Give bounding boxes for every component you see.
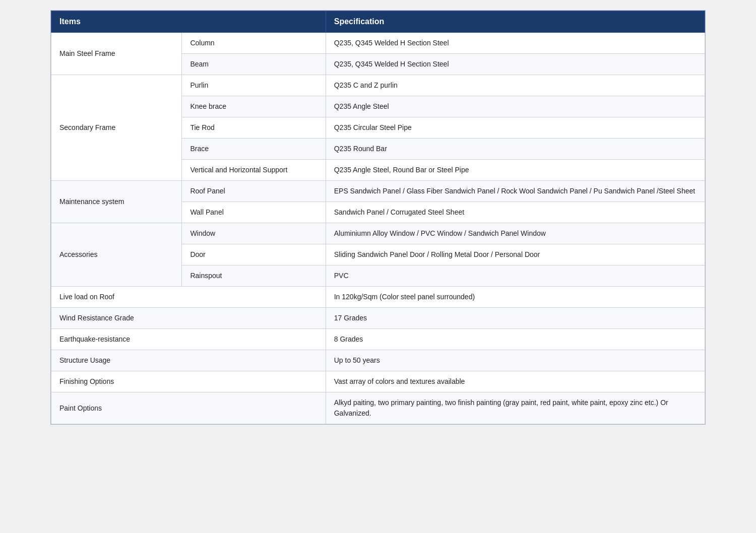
item-cell: Knee brace — [182, 96, 326, 117]
category-cell: Live load on Roof — [51, 287, 326, 308]
spec-cell: Vast array of colors and textures availa… — [326, 371, 705, 392]
item-cell: Purlin — [182, 75, 326, 96]
item-cell: Window — [182, 223, 326, 244]
spec-cell: Sandwich Panel / Corrugated Steel Sheet — [326, 202, 705, 223]
category-cell: Main Steel Frame — [51, 33, 182, 75]
spec-cell: Q235 C and Z purlin — [326, 75, 705, 96]
category-cell: Accessories — [51, 223, 182, 287]
table-row: Paint OptionsAlkyd paiting, two primary … — [51, 392, 705, 424]
table-row: Finishing OptionsVast array of colors an… — [51, 371, 705, 392]
table-row: Wind Resistance Grade17 Grades — [51, 308, 705, 329]
table-row: AccessoriesWindowAluminiumn Alloy Window… — [51, 223, 705, 244]
category-cell: Wind Resistance Grade — [51, 308, 326, 329]
spec-cell: 8 Grades — [326, 329, 705, 350]
item-cell: Brace — [182, 139, 326, 160]
table-row: Main Steel FrameColumnQ235, Q345 Welded … — [51, 33, 705, 54]
table-row: Earthquake-resistance8 Grades — [51, 329, 705, 350]
category-cell: Structure Usage — [51, 350, 326, 371]
spec-cell: Q235 Round Bar — [326, 139, 705, 160]
header-items: Items — [51, 11, 326, 33]
category-cell: Paint Options — [51, 392, 326, 424]
item-cell: Column — [182, 33, 326, 54]
spec-cell: Alkyd paiting, two primary painting, two… — [326, 392, 705, 424]
table-row: Maintenance systemRoof PanelEPS Sandwich… — [51, 181, 705, 202]
spec-cell: Q235, Q345 Welded H Section Steel — [326, 33, 705, 54]
table-row: Live load on RoofIn 120kg/Sqm (Color ste… — [51, 287, 705, 308]
item-cell: Vertical and Horizontal Support — [182, 160, 326, 181]
item-cell: Door — [182, 244, 326, 265]
spec-cell: EPS Sandwich Panel / Glass Fiber Sandwic… — [326, 181, 705, 202]
category-cell: Secondary Frame — [51, 75, 182, 181]
spec-cell: Q235, Q345 Welded H Section Steel — [326, 54, 705, 75]
spec-cell: Q235 Angle Steel — [326, 96, 705, 117]
table-row: Secondary FramePurlinQ235 C and Z purlin — [51, 75, 705, 96]
table-row: Structure UsageUp to 50 years — [51, 350, 705, 371]
spec-table-container: Items Specification Main Steel FrameColu… — [50, 10, 706, 425]
spec-cell: Aluminiumn Alloy Window / PVC Window / S… — [326, 223, 705, 244]
spec-cell: In 120kg/Sqm (Color steel panel surround… — [326, 287, 705, 308]
item-cell: Wall Panel — [182, 202, 326, 223]
spec-cell: Q235 Angle Steel, Round Bar or Steel Pip… — [326, 160, 705, 181]
spec-cell: Sliding Sandwich Panel Door / Rolling Me… — [326, 244, 705, 265]
specification-table: Items Specification Main Steel FrameColu… — [51, 11, 705, 424]
spec-cell: PVC — [326, 265, 705, 287]
category-cell: Finishing Options — [51, 371, 326, 392]
item-cell: Rainspout — [182, 265, 326, 287]
item-cell: Beam — [182, 54, 326, 75]
spec-cell: Q235 Circular Steel Pipe — [326, 117, 705, 139]
item-cell: Roof Panel — [182, 181, 326, 202]
spec-cell: 17 Grades — [326, 308, 705, 329]
category-cell: Earthquake-resistance — [51, 329, 326, 350]
header-spec: Specification — [326, 11, 705, 33]
spec-cell: Up to 50 years — [326, 350, 705, 371]
item-cell: Tie Rod — [182, 117, 326, 139]
category-cell: Maintenance system — [51, 181, 182, 223]
